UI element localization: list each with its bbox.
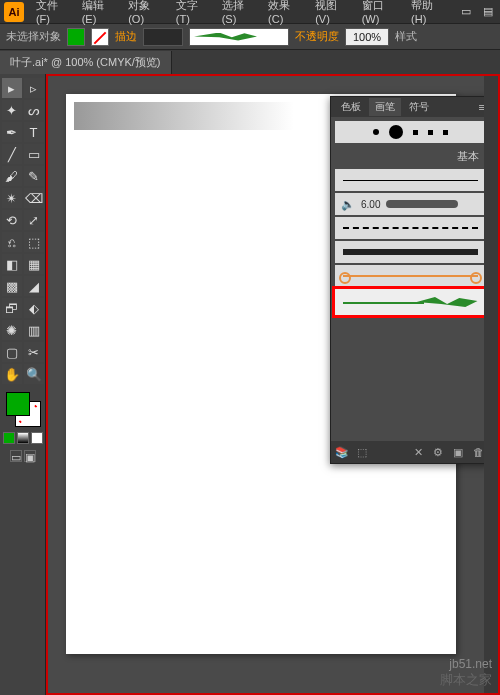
app-logo: Ai bbox=[4, 2, 24, 22]
hand-tool[interactable]: ✋ bbox=[2, 364, 22, 384]
blob-brush-tool[interactable]: ✴ bbox=[2, 188, 22, 208]
rectangle-tool[interactable]: ▭ bbox=[24, 144, 44, 164]
toolbox: ▸▹ ✦ᔕ ✒T ╱▭ 🖌✎ ✴⌫ ⟲⤢ ⎌⬚ ◧▦ ▩◢ 🗗⬖ ✺▥ ▢✂ ✋… bbox=[0, 74, 46, 695]
menu-file[interactable]: 文件(F) bbox=[32, 0, 76, 27]
banner-line-icon bbox=[343, 275, 478, 277]
magic-wand-tool[interactable]: ✦ bbox=[2, 100, 22, 120]
square-icon bbox=[443, 130, 448, 135]
charcoal-icon bbox=[343, 249, 478, 255]
fill-swatch[interactable] bbox=[67, 28, 85, 46]
artboard-tool[interactable]: ▢ bbox=[2, 342, 22, 362]
dashed-line-icon bbox=[343, 227, 478, 229]
zoom-tool[interactable]: 🔍 bbox=[24, 364, 44, 384]
blend-tool[interactable]: ⬖ bbox=[24, 298, 44, 318]
slice-tool[interactable]: ✂ bbox=[24, 342, 44, 362]
new-brush-icon[interactable]: ▣ bbox=[451, 445, 465, 459]
square-icon bbox=[413, 130, 418, 135]
brush-size-row[interactable]: 🔈 6.00 bbox=[335, 193, 485, 215]
brush-leaf-row[interactable] bbox=[335, 289, 485, 315]
color-mode-row bbox=[3, 432, 43, 444]
shape-builder-tool[interactable]: ◧ bbox=[2, 254, 22, 274]
color-mode-gradient[interactable] bbox=[17, 432, 29, 444]
selection-status: 未选择对象 bbox=[6, 29, 61, 44]
fill-indicator[interactable] bbox=[6, 392, 30, 416]
canvas-area[interactable]: 色板 画笔 符号 ≡ 基本 🔈 bbox=[46, 74, 500, 695]
lasso-tool[interactable]: ᔕ bbox=[24, 100, 44, 120]
screen-mode-full[interactable]: ▣ bbox=[24, 450, 36, 462]
graph-tool[interactable]: ▥ bbox=[24, 320, 44, 340]
style-label[interactable]: 样式 bbox=[395, 29, 417, 44]
panel-footer: 📚 ⬚ ✕ ⚙ ▣ 🗑 bbox=[331, 441, 489, 463]
brush-calligraphic-row[interactable] bbox=[335, 121, 485, 143]
pen-tool[interactable]: ✒ bbox=[2, 122, 22, 142]
type-tool[interactable]: T bbox=[24, 122, 44, 142]
symbol-sprayer-tool[interactable]: ✺ bbox=[2, 320, 22, 340]
menu-window[interactable]: 窗口(W) bbox=[358, 0, 405, 27]
dot-icon bbox=[373, 129, 379, 135]
fill-stroke-indicator[interactable] bbox=[6, 392, 40, 426]
menu-view[interactable]: 视图(V) bbox=[311, 0, 355, 27]
brush-options-icon[interactable]: ⬚ bbox=[355, 445, 369, 459]
arrange-icon[interactable]: ▤ bbox=[480, 4, 496, 20]
pencil-tool[interactable]: ✎ bbox=[24, 166, 44, 186]
menu-effect[interactable]: 效果(C) bbox=[264, 0, 309, 27]
color-mode-solid[interactable] bbox=[3, 432, 15, 444]
speaker-icon: 🔈 bbox=[341, 198, 355, 211]
menu-select[interactable]: 选择(S) bbox=[218, 0, 262, 27]
leaf-brush-icon bbox=[343, 295, 478, 309]
options-icon[interactable]: ⚙ bbox=[431, 445, 445, 459]
color-mode-none[interactable] bbox=[31, 432, 43, 444]
tab-swatches[interactable]: 色板 bbox=[335, 98, 367, 116]
menu-object[interactable]: 对象(O) bbox=[124, 0, 170, 27]
brush-dashed-row[interactable] bbox=[335, 217, 485, 239]
menu-bar: Ai 文件(F) 编辑(E) 对象(O) 文字(T) 选择(S) 效果(C) 视… bbox=[0, 0, 500, 24]
delete-icon[interactable]: 🗑 bbox=[471, 445, 485, 459]
stroke-label[interactable]: 描边 bbox=[115, 29, 137, 44]
opacity-label[interactable]: 不透明度 bbox=[295, 29, 339, 44]
perspective-tool[interactable]: ▦ bbox=[24, 254, 44, 274]
library-icon[interactable]: 📚 bbox=[335, 445, 349, 459]
eraser-tool[interactable]: ⌫ bbox=[24, 188, 44, 208]
rotate-tool[interactable]: ⟲ bbox=[2, 210, 22, 230]
control-bar: 未选择对象 描边 不透明度 100% 样式 bbox=[0, 24, 500, 50]
square-icon bbox=[428, 130, 433, 135]
menu-type[interactable]: 文字(T) bbox=[172, 0, 216, 27]
selection-tool[interactable]: ▸ bbox=[2, 78, 22, 98]
direct-selection-tool[interactable]: ▹ bbox=[24, 78, 44, 98]
stroke-swatch[interactable] bbox=[91, 28, 109, 46]
screen-mode-normal[interactable]: ▭ bbox=[10, 450, 22, 462]
tab-brushes[interactable]: 画笔 bbox=[369, 98, 401, 116]
layout-icon[interactable]: ▭ bbox=[458, 4, 474, 20]
brushes-empty-area bbox=[335, 317, 485, 437]
brush-basic-row[interactable]: 基本 bbox=[335, 145, 485, 167]
document-tab[interactable]: 叶子.ai* @ 100% (CMYK/预览) bbox=[0, 51, 172, 74]
thick-stroke-icon bbox=[386, 200, 458, 208]
line-tool[interactable]: ╱ bbox=[2, 144, 22, 164]
vertical-scrollbar[interactable] bbox=[484, 76, 498, 693]
brush-preview[interactable] bbox=[189, 28, 289, 46]
menu-help[interactable]: 帮助(H) bbox=[407, 0, 452, 27]
menu-edit[interactable]: 编辑(E) bbox=[78, 0, 122, 27]
brush-charcoal-row[interactable] bbox=[335, 241, 485, 263]
gradient-object[interactable] bbox=[74, 102, 294, 130]
brush-banner-row[interactable] bbox=[335, 265, 485, 287]
watermark-site: jb51.net bbox=[449, 657, 492, 671]
width-tool[interactable]: ⎌ bbox=[2, 232, 22, 252]
opacity-input[interactable]: 100% bbox=[345, 28, 389, 46]
brush-line-row[interactable] bbox=[335, 169, 485, 191]
leaf-icon bbox=[194, 33, 257, 41]
tab-symbols[interactable]: 符号 bbox=[403, 98, 435, 116]
mesh-tool[interactable]: ▩ bbox=[2, 276, 22, 296]
basic-label: 基本 bbox=[457, 149, 479, 164]
free-transform-tool[interactable]: ⬚ bbox=[24, 232, 44, 252]
screen-mode-row: ▭ ▣ bbox=[10, 450, 36, 462]
watermark-name: 脚本之家 bbox=[440, 671, 492, 689]
remove-stroke-icon[interactable]: ✕ bbox=[411, 445, 425, 459]
eyedropper-tool[interactable]: 🗗 bbox=[2, 298, 22, 318]
scale-tool[interactable]: ⤢ bbox=[24, 210, 44, 230]
brushes-panel: 色板 画笔 符号 ≡ 基本 🔈 bbox=[330, 96, 490, 464]
paintbrush-tool[interactable]: 🖌 bbox=[2, 166, 22, 186]
stroke-weight-input[interactable] bbox=[143, 28, 183, 46]
document-tab-bar: 叶子.ai* @ 100% (CMYK/预览) bbox=[0, 50, 500, 74]
gradient-tool[interactable]: ◢ bbox=[24, 276, 44, 296]
